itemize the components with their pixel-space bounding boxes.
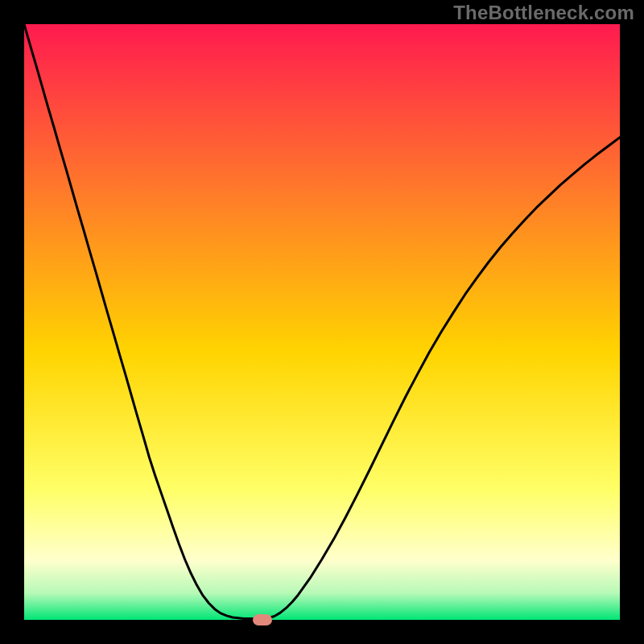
watermark-text: TheBottleneck.com bbox=[453, 2, 634, 24]
optimum-marker bbox=[253, 614, 272, 625]
bottleneck-chart bbox=[24, 24, 620, 620]
chart-frame: TheBottleneck.com bbox=[0, 0, 644, 644]
gradient-background bbox=[24, 24, 620, 620]
